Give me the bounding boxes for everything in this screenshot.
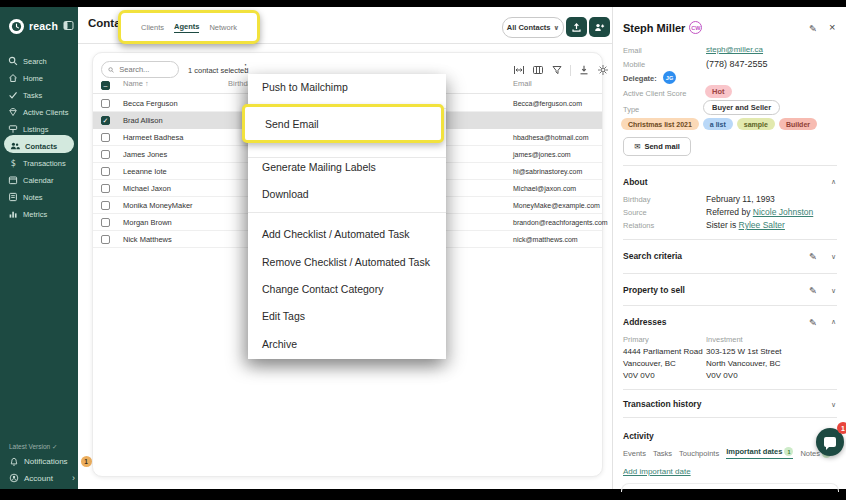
relations-label: Relations (623, 221, 654, 230)
menu-item-send-email[interactable]: Send Email (245, 118, 319, 130)
upload-icon (571, 22, 582, 33)
address-primary-label: Primary (623, 335, 649, 344)
tab-agents[interactable]: Agents (174, 22, 199, 33)
columns-icon[interactable] (532, 64, 544, 76)
column-header-email[interactable]: Email (513, 79, 532, 88)
menu-item-edit-tags[interactable]: Edit Tags (262, 309, 305, 323)
edit-search-criteria-icon[interactable]: ✎ (809, 251, 817, 262)
tab-count-badge: 1 (784, 447, 793, 456)
expand-property-icon[interactable]: ∨ (831, 287, 836, 295)
menu-item-remove-checklist[interactable]: Remove Checklist / Automated Task (262, 255, 430, 269)
menu-item-push-to-mailchimp[interactable]: Push to Mailchimp (262, 80, 348, 94)
tag[interactable]: Christmas list 2021 (621, 118, 699, 130)
chat-bubble-icon (824, 437, 836, 447)
delegate-label: Delegate: (623, 74, 657, 83)
sidebar-item-active-clients[interactable]: Active Clients (8, 104, 74, 120)
edit-property-icon[interactable]: ✎ (809, 285, 817, 296)
source-value: Referred by Nicole Johnston (706, 207, 813, 217)
row-checkbox[interactable] (101, 167, 110, 176)
column-header-name[interactable]: Name ↑ (123, 79, 149, 88)
collapse-addresses-icon[interactable]: ∧ (831, 318, 836, 326)
sidebar-item-home[interactable]: Home (8, 70, 74, 86)
sidebar-item-search[interactable]: Search (8, 53, 74, 69)
expand-search-criteria-icon[interactable]: ∨ (831, 253, 836, 261)
note-icon (8, 192, 18, 202)
search-input[interactable] (117, 64, 172, 75)
person-add-icon (594, 22, 605, 33)
expand-transactions-icon[interactable]: ∨ (831, 401, 836, 409)
birthday-value: February 11, 1993 (706, 194, 775, 204)
collapse-about-icon[interactable]: ∧ (831, 178, 836, 186)
settings-gear-icon[interactable] (597, 64, 609, 76)
screenshot-stage: reach Search Home Tasks Active Clients L… (0, 0, 846, 500)
sidebar-item-calendar[interactable]: Calendar (8, 172, 74, 188)
collapse-sidebar-icon[interactable] (63, 17, 74, 35)
column-header-birthday[interactable]: Birthday (228, 79, 250, 88)
activity-tab-touchpoints[interactable]: Touchpoints (679, 449, 719, 458)
contact-name: Steph Miller CW (623, 21, 702, 34)
edit-addresses-icon[interactable]: ✎ (809, 317, 817, 328)
menu-item-add-checklist[interactable]: Add Checklist / Automated Task (262, 227, 409, 241)
row-checkbox-checked[interactable]: ✓ (101, 116, 110, 125)
activity-tab-events[interactable]: Events (623, 449, 646, 458)
chat-unread-badge: 1 (837, 422, 846, 434)
search-icon (8, 56, 18, 66)
tag[interactable]: a list (703, 118, 733, 130)
brand-logo-row[interactable]: reach (9, 17, 71, 35)
row-checkbox[interactable] (101, 235, 110, 244)
address-investment-label: Investment (706, 335, 743, 344)
contact-type-badge: CW (689, 21, 702, 34)
close-panel-icon[interactable]: × (829, 21, 835, 33)
select-all-checkbox[interactable]: – (101, 81, 110, 90)
fit-columns-icon[interactable] (513, 64, 525, 76)
contacts-filter-dropdown[interactable]: All Contacts ∨ (502, 17, 564, 38)
relation-contact-link[interactable]: Rylee Salter (739, 220, 785, 230)
tag[interactable]: sample (737, 118, 775, 130)
filter-icon[interactable] (551, 64, 563, 76)
type-value-pill: Buyer and Seller (703, 100, 780, 115)
calendar-icon (8, 175, 18, 185)
row-checkbox[interactable] (101, 150, 110, 159)
row-checkbox[interactable] (101, 201, 110, 210)
home-icon (8, 73, 18, 83)
section-search-criteria: Search criteria (623, 251, 682, 261)
section-addresses: Addresses (623, 317, 666, 327)
section-property-to-sell: Property to sell (623, 285, 685, 295)
sidebar-item-notifications[interactable]: Notifications 1 (9, 456, 92, 467)
row-checkbox[interactable] (101, 99, 110, 108)
edit-contact-icon[interactable]: ✎ (809, 23, 817, 34)
activity-tab-important-dates[interactable]: Important dates1 (726, 447, 793, 459)
menu-item-generate-mailing-labels[interactable]: Generate Mailing Labels (262, 160, 376, 174)
add-contact-button[interactable] (589, 17, 610, 37)
sidebar-item-transactions[interactable]: $ Transactions (8, 155, 74, 171)
dollar-icon: $ (8, 158, 18, 168)
tab-clients[interactable]: Clients (141, 23, 164, 32)
menu-item-download[interactable]: Download (262, 187, 309, 201)
menu-item-archive[interactable]: Archive (262, 337, 297, 351)
row-checkbox[interactable] (101, 133, 110, 142)
chevron-down-icon: ∨ (554, 24, 560, 32)
add-important-date-link[interactable]: Add important date (623, 467, 691, 476)
check-icon (8, 90, 18, 100)
sidebar-item-tasks[interactable]: Tasks (8, 87, 74, 103)
tag[interactable]: Builder (779, 118, 817, 130)
source-contact-link[interactable]: Nicole Johnston (753, 207, 813, 217)
table-search[interactable] (101, 61, 179, 78)
row-checkbox[interactable] (101, 218, 110, 227)
toolbar-divider (570, 65, 571, 76)
activity-tab-tasks[interactable]: Tasks (653, 449, 672, 458)
delegate-avatar[interactable]: JG (663, 71, 676, 84)
sidebar: reach Search Home Tasks Active Clients L… (0, 7, 78, 489)
sidebar-item-metrics[interactable]: Metrics (8, 206, 74, 222)
sidebar-item-notes[interactable]: Notes (8, 189, 74, 205)
row-checkbox[interactable] (101, 184, 110, 193)
sidebar-item-contacts[interactable]: Contacts (10, 138, 76, 154)
tab-network[interactable]: Network (209, 23, 237, 32)
menu-item-change-contact-category[interactable]: Change Contact Category (262, 282, 383, 296)
sidebar-item-listings[interactable]: Listings (8, 121, 74, 137)
contact-email-link[interactable]: steph@miller.ca (706, 45, 763, 54)
send-mail-button[interactable]: ✉ Send mail (623, 137, 691, 156)
download-icon[interactable] (578, 64, 590, 76)
sidebar-item-account[interactable]: Account › (9, 473, 75, 483)
upload-contacts-button[interactable] (566, 17, 587, 37)
